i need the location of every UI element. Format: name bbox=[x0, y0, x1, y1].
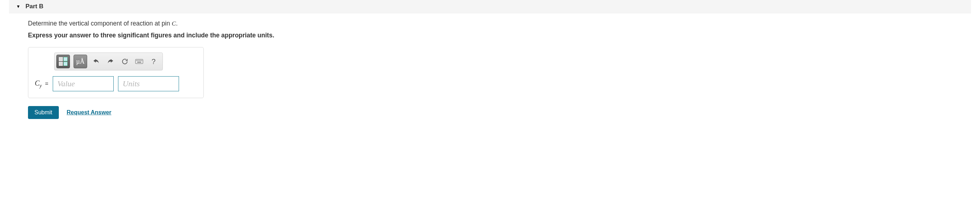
svg-rect-5 bbox=[142, 60, 142, 61]
answer-row: Cy = bbox=[35, 76, 197, 91]
help-button[interactable]: ? bbox=[148, 56, 159, 67]
svg-rect-1 bbox=[136, 60, 137, 61]
svg-rect-2 bbox=[137, 60, 138, 61]
part-content: Determine the vertical component of reac… bbox=[0, 20, 980, 119]
svg-rect-4 bbox=[140, 60, 141, 61]
undo-button[interactable] bbox=[91, 56, 102, 67]
templates-button[interactable] bbox=[56, 54, 70, 68]
redo-icon bbox=[107, 58, 114, 65]
answer-variable: Cy = bbox=[35, 79, 48, 89]
value-input[interactable] bbox=[53, 76, 114, 91]
collapse-toggle-icon[interactable]: ▼ bbox=[16, 4, 21, 9]
prompt-suffix: . bbox=[176, 20, 178, 27]
svg-rect-3 bbox=[139, 60, 140, 61]
answer-box: µÅ ? Cy = bbox=[28, 47, 204, 98]
keyboard-button[interactable] bbox=[134, 56, 145, 67]
answer-instructions: Express your answer to three significant… bbox=[28, 32, 980, 39]
svg-rect-6 bbox=[137, 62, 142, 62]
reset-icon bbox=[121, 58, 129, 65]
templates-icon bbox=[59, 57, 67, 66]
question-prompt: Determine the vertical component of reac… bbox=[28, 20, 980, 27]
units-symbols-label: µÅ bbox=[76, 58, 84, 66]
variable-subscript: y bbox=[40, 83, 41, 88]
svg-rect-0 bbox=[135, 59, 143, 64]
prompt-prefix: Determine the vertical component of reac… bbox=[28, 20, 172, 27]
submit-button[interactable]: Submit bbox=[28, 106, 59, 119]
undo-icon bbox=[92, 58, 100, 65]
equals-sign: = bbox=[45, 80, 48, 86]
reset-button[interactable] bbox=[119, 56, 130, 67]
keyboard-icon bbox=[135, 59, 143, 64]
redo-button[interactable] bbox=[105, 56, 116, 67]
part-header: ▼ Part B bbox=[9, 0, 971, 13]
units-symbols-button[interactable]: µÅ bbox=[73, 54, 87, 68]
part-label: Part B bbox=[25, 3, 43, 10]
variable-letter: C bbox=[35, 79, 40, 87]
prompt-variable: C bbox=[172, 20, 176, 27]
units-input[interactable] bbox=[118, 76, 179, 91]
request-answer-link[interactable]: Request Answer bbox=[67, 109, 111, 116]
help-icon: ? bbox=[151, 58, 155, 66]
equation-toolbar: µÅ ? bbox=[54, 53, 163, 70]
action-row: Submit Request Answer bbox=[28, 106, 980, 119]
